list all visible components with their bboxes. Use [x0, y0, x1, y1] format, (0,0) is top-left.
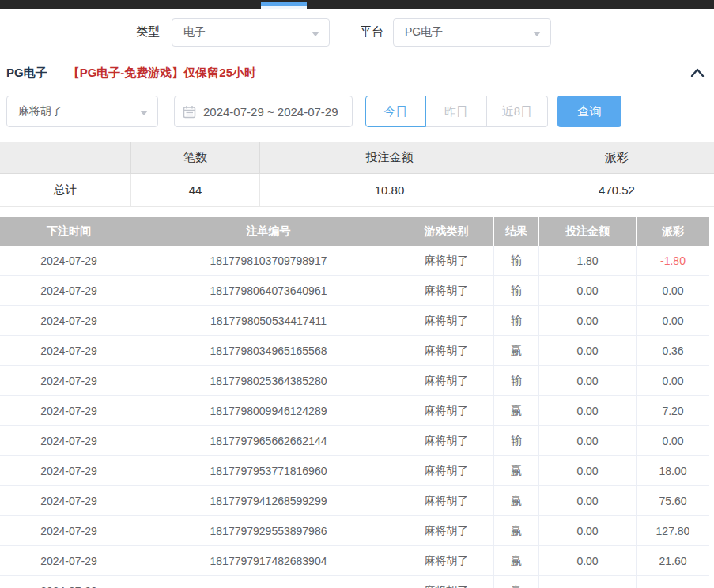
cell-bet-id: 1817798009946124289: [138, 396, 399, 426]
cell-bet-time: 2024-07-29: [0, 306, 138, 336]
collapse-button[interactable]: [689, 65, 706, 81]
cell-bet-id: 1817797941268599299: [138, 486, 399, 516]
table-row: 2024-07-291817797917482683904麻将胡了赢0.0021…: [0, 546, 709, 576]
cell-bet-amount: 0.00: [539, 306, 637, 336]
cell-bet-id: 1817798064073640961: [138, 276, 399, 306]
cell-bet-time: 2024-07-29: [0, 366, 138, 396]
cell-result: 赢: [494, 456, 539, 486]
cell-payout: 0.00: [637, 366, 709, 396]
cell-bet-amount: 0.00: [539, 426, 637, 456]
platform-select[interactable]: PG电子: [393, 18, 551, 47]
top-filter-bar: 类型 电子 平台 PG电子: [0, 9, 714, 55]
cell-game-category: 麻将胡了: [399, 366, 494, 396]
cell-bet-amount: 0.00: [539, 336, 637, 366]
calendar-icon: [183, 105, 196, 121]
header-payout: 派彩: [637, 217, 709, 246]
table-header-row: 下注时间 注单编号 游戏类别 结果 投注金额 派彩: [0, 217, 709, 246]
cell-bet-id: [138, 576, 399, 588]
cell-game-category: 麻将胡了: [399, 456, 494, 486]
table-row: 2024-07-291817797929553897986麻将胡了赢0.0012…: [0, 516, 709, 546]
table-row: 2024-07-291817798025364385280麻将胡了输0.000.…: [0, 366, 709, 396]
page: 类型 电子 平台 PG电子 PG电子 【PG电子-免费游戏】仅保留25小时 麻将…: [0, 0, 714, 588]
cell-bet-time: 2024-07-29: [0, 336, 138, 366]
search-button[interactable]: 查询: [557, 96, 621, 127]
cell-bet-time: 2024-07-29: [0, 246, 138, 276]
date-range-value: 2024-07-29 ~ 2024-07-29: [203, 105, 338, 119]
type-select-value: 电子: [183, 25, 206, 40]
cell-bet-amount: 1.80: [539, 246, 637, 276]
summary-table: 笔数 投注金额 派彩 总计 44 10.80 470.52: [0, 142, 714, 207]
summary-header-bet-amount: 投注金额: [260, 142, 519, 174]
query-filter-row: 麻将胡了 2024-07-29 ~ 2024-07-29 今日 昨日 近8日 查…: [0, 95, 714, 128]
cell-game-category: 麻将胡了: [399, 336, 494, 366]
summary-header-count: 笔数: [131, 142, 260, 174]
table-row: 2024-07-291817798034965165568麻将胡了赢0.000.…: [0, 336, 709, 366]
summary-total-label: 总计: [0, 174, 131, 207]
cell-bet-time: 2024-07-29: [0, 576, 138, 588]
table-row: 2024-07-291817798103709798917麻将胡了输1.80-1…: [0, 246, 709, 276]
cell-payout: 0.36: [637, 336, 709, 366]
cell-result: 赢: [494, 516, 539, 546]
cell-bet-amount: 0.00: [539, 456, 637, 486]
cell-game-category: 麻将胡了: [399, 576, 494, 588]
table-row: 2024-07-291817798009946124289麻将胡了赢0.007.…: [0, 396, 709, 426]
cell-result: 输: [494, 306, 539, 336]
cell-result: 输: [494, 246, 539, 276]
section-title: PG电子: [6, 66, 47, 81]
cell-bet-time: 2024-07-29: [0, 546, 138, 576]
table-row: 2024-07-29麻将胡了赢: [0, 576, 709, 588]
last-8-days-button[interactable]: 近8日: [487, 96, 548, 127]
type-select[interactable]: 电子: [172, 18, 330, 47]
cell-bet-amount: 0.00: [539, 396, 637, 426]
cell-payout: 0.00: [637, 276, 709, 306]
table-row: 2024-07-291817797965662662144麻将胡了输0.000.…: [0, 426, 709, 456]
chevron-down-icon: [140, 111, 148, 115]
cell-bet-id: 1817798034965165568: [138, 336, 399, 366]
chevron-down-icon: [533, 32, 541, 36]
cell-payout: 0.00: [637, 306, 709, 336]
cell-game-category: 麻将胡了: [399, 426, 494, 456]
cell-result: 赢: [494, 396, 539, 426]
table-row: 2024-07-291817798064073640961麻将胡了输0.000.…: [0, 276, 709, 306]
cell-bet-amount: 0.00: [539, 486, 637, 516]
cell-game-category: 麻将胡了: [399, 516, 494, 546]
summary-total-bet-amount: 10.80: [260, 174, 519, 207]
cell-result: 输: [494, 276, 539, 306]
summary-header-blank: [0, 142, 131, 174]
cell-bet-time: 2024-07-29: [0, 396, 138, 426]
today-button[interactable]: 今日: [365, 96, 426, 127]
cell-bet-id: 1817798103709798917: [138, 246, 399, 276]
cell-bet-amount: 0.00: [539, 366, 637, 396]
cell-bet-id: 1817797953771816960: [138, 456, 399, 486]
summary-total-row: 总计 44 10.80 470.52: [0, 174, 714, 207]
cell-payout: 21.60: [637, 546, 709, 576]
game-select[interactable]: 麻将胡了: [6, 96, 158, 127]
cell-bet-id: 1817797917482683904: [138, 546, 399, 576]
cell-bet-id: 1817798025364385280: [138, 366, 399, 396]
cell-bet-amount: 0.00: [539, 276, 637, 306]
header-game-category: 游戏类别: [399, 217, 494, 246]
cell-payout: 18.00: [637, 456, 709, 486]
cell-bet-time: 2024-07-29: [0, 486, 138, 516]
cell-result: 赢: [494, 576, 539, 588]
chevron-down-icon: [312, 32, 319, 36]
cell-result: 输: [494, 366, 539, 396]
header-bet-id: 注单编号: [138, 217, 399, 246]
cell-bet-id: 1817797965662662144: [138, 426, 399, 456]
section-notice: 【PG电子-免费游戏】仅保留25小时: [68, 66, 256, 81]
date-range-input[interactable]: 2024-07-29 ~ 2024-07-29: [174, 96, 353, 127]
cell-bet-id: 1817797929553897986: [138, 516, 399, 546]
cell-payout: 75.60: [637, 486, 709, 516]
cell-game-category: 麻将胡了: [399, 246, 494, 276]
summary-header-row: 笔数 投注金额 派彩: [0, 142, 714, 174]
cell-bet-amount: [539, 576, 637, 588]
cell-bet-amount: 0.00: [539, 546, 637, 576]
cell-result: 赢: [494, 546, 539, 576]
yesterday-button[interactable]: 昨日: [426, 96, 487, 127]
active-tab-indicator[interactable]: [261, 2, 307, 9]
platform-select-value: PG电子: [405, 25, 443, 40]
quick-range-button-group: 今日 昨日 近8日: [365, 96, 548, 127]
cell-payout: -1.80: [637, 246, 709, 276]
cell-game-category: 麻将胡了: [399, 306, 494, 336]
cell-game-category: 麻将胡了: [399, 546, 494, 576]
